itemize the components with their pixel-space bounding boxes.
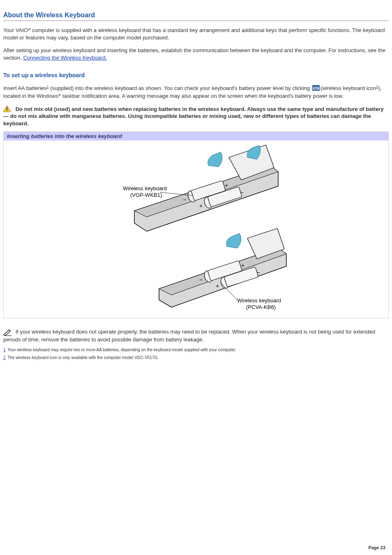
page-number: Page 23 <box>368 545 385 550</box>
figure-body: − + + − Wireless keyboard (VGP-WKB1) <box>4 140 388 318</box>
warning-block: Do not mix old (used) and new batteries … <box>3 106 389 127</box>
setup-text-e: taskbar notification area. A warning mes… <box>61 93 344 99</box>
footnote-1-ref[interactable]: 1 <box>3 348 6 352</box>
fig-label-1b: (VGP-WKB1) <box>130 192 162 198</box>
setup-text-c: (wireless keyboard icon <box>321 85 376 92</box>
page-title: About the Wireless Keyboard <box>3 12 389 19</box>
setup-text-b: (supplied) into the wireless keyboard as… <box>49 85 311 92</box>
fig-label-2a: Wireless keyboard <box>237 297 281 304</box>
svg-rect-1 <box>313 87 319 90</box>
fig-label-2b: (PCVA-KB6) <box>246 304 276 310</box>
svg-rect-3 <box>315 88 316 88</box>
footnote-1: 1 Your wireless keyboard may require two… <box>3 347 389 352</box>
svg-text:+: + <box>225 182 228 189</box>
keyboard-tray-icon <box>312 85 320 93</box>
note-text: If your wireless keyboard does not opera… <box>3 329 375 343</box>
connecting-keyboard-link[interactable]: Connecting the Wireless Keyboard. <box>23 55 107 61</box>
svg-text:−: − <box>199 276 203 283</box>
svg-text:+: + <box>241 262 244 269</box>
intro-text-1b: computer is supplied with a wireless key… <box>3 27 385 41</box>
note-icon <box>3 329 16 335</box>
figure-container: Inserting batteries into the wireless ke… <box>3 131 389 318</box>
svg-rect-4 <box>316 88 317 88</box>
intro-text-1a: Your VAIO <box>3 27 28 33</box>
footnote-2-ref[interactable]: 2 <box>3 355 6 360</box>
svg-text:+: + <box>199 203 203 209</box>
setup-text-a: Insert AA batteries <box>3 85 47 92</box>
svg-text:−: − <box>183 196 186 203</box>
svg-text:+: + <box>216 283 219 289</box>
footnote-2-text: The wireless keyboard icon is only avail… <box>7 355 159 360</box>
svg-rect-8 <box>7 108 7 110</box>
registered-mark: ® <box>28 28 31 32</box>
svg-rect-5 <box>317 88 318 88</box>
fig-label-1a: Wireless keyboard <box>123 185 167 191</box>
battery-insert-illustration: − + + − Wireless keyboard (VGP-WKB1) <box>85 143 307 315</box>
warning-text: Do not mix old (used) and new batteries … <box>3 106 384 127</box>
footnote-2: 2 The wireless keyboard icon is only ava… <box>3 355 389 360</box>
intro-paragraph-1: Your VAIO® computer is supplied with a w… <box>3 27 389 41</box>
warning-icon <box>3 106 16 112</box>
svg-rect-6 <box>314 88 318 89</box>
svg-rect-2 <box>314 88 314 88</box>
svg-text:−: − <box>257 269 260 276</box>
svg-rect-9 <box>7 110 7 111</box>
svg-text:−: − <box>240 189 244 196</box>
figure-caption: Inserting batteries into the wireless ke… <box>4 132 388 140</box>
note-block: If your wireless keyboard does not opera… <box>3 328 389 343</box>
intro-paragraph-2: After setting up your wireless keyboard … <box>3 47 389 61</box>
setup-subheading: To set up a wireless keyboard <box>3 72 389 78</box>
setup-paragraph: Insert AA batteries1 (supplied) into the… <box>3 84 389 100</box>
title-divider <box>3 21 389 21</box>
footnote-1-text: Your wireless keyboard may require two o… <box>7 348 236 352</box>
